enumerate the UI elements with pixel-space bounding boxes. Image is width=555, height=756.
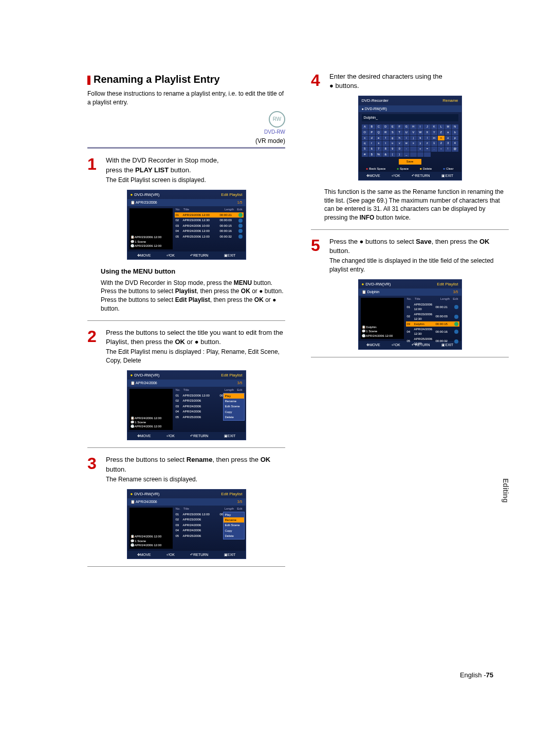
step-4: 4 Enter the desired characters using the…	[311, 72, 509, 91]
page-number: English -75	[460, 671, 493, 679]
step-5: 5 Press the ● buttons to select Save, th…	[311, 237, 509, 274]
menu-instructions: With the DVD Recorder in Stop mode, pres…	[101, 279, 285, 313]
title-bar-icon	[87, 76, 90, 85]
osd-title: Edit Playlist	[221, 192, 242, 197]
osd-preview: 📋 APR/23/2006 12:00 💬 1 Scene 🕐 APR/23/2…	[130, 208, 173, 249]
osd-edit-playlist-2: DVD-RW(VR)Edit Playlist 📋 APR/24/20063/5…	[127, 370, 246, 441]
side-tab: Editing	[502, 478, 510, 502]
step-2: 2 Press the buttons to select the title …	[87, 328, 285, 365]
save-button: Save	[399, 159, 421, 164]
osd-disc: DVD-RW(VR)	[131, 192, 160, 197]
separator	[87, 566, 285, 567]
separator	[311, 229, 509, 230]
osd-footer: ✥MOVE⏎OK↶RETURN▣EXIT	[127, 251, 246, 260]
step-number: 4	[311, 72, 324, 91]
vr-mode-label: (VR mode)	[87, 137, 285, 146]
keyboard-grid: ABCDEFGHIJKLMNOPQRSTUVWXYZabcdefghijklmn…	[359, 123, 461, 158]
disc-icon-block: RW DVD-RW	[87, 111, 285, 136]
separator	[87, 320, 285, 321]
step1-sub: The Edit Playlist screen is displayed.	[106, 176, 285, 185]
step5-sub: The changed title is displayed in the ti…	[329, 257, 509, 274]
osd-list: No.TitleLengthEdit 01APR/23/2006 12:0000…	[175, 206, 246, 251]
separator	[87, 147, 285, 149]
menu-subheading: Using the MENU button	[101, 267, 285, 276]
step3-sub: The Rename screen is displayed.	[106, 475, 285, 484]
step-number: 5	[311, 237, 324, 274]
osd-edit-playlist-1: DVD-RW(VR)Edit Playlist 📋 APR/23/20061/5…	[127, 190, 246, 260]
separator	[311, 357, 509, 357]
kb-mode: Rename	[442, 98, 458, 103]
osd-count: 1/5	[237, 200, 243, 205]
kb-title: DVD-Recorder	[362, 98, 388, 103]
step2-sub: The Edit Playlist menu is displayed : Pl…	[106, 348, 285, 365]
context-menu: PlayRenameEdit SceneCopyDelete	[223, 512, 245, 539]
rename-note: This function is the same as the Rename …	[324, 188, 509, 222]
step-1: 1 With the DVD Recorder in Stop mode, pr…	[87, 156, 285, 184]
context-menu: PlayRenameEdit SceneCopyDelete	[223, 393, 245, 421]
separator	[87, 447, 285, 448]
disc-icon: RW	[269, 111, 285, 128]
osd-rename-keyboard: DVD-RecorderRename ● DVD-RW(VR) Dolphin_…	[358, 96, 462, 180]
name-field: Dolphin_	[362, 114, 458, 121]
step-3: 3 Press the buttons to select Rename, th…	[87, 455, 285, 483]
play-list-button-ref: PLAY LIST	[135, 166, 169, 174]
step1-line1: With the DVD Recorder in Stop mode,	[106, 156, 219, 164]
step-number: 3	[87, 455, 101, 483]
step-number: 2	[87, 328, 101, 365]
kb-legend: Back Space Space Delete Clear	[359, 166, 461, 172]
osd-edit-playlist-3: DVD-RW(VR)Edit Playlist 📋 APR/24/20063/5…	[127, 489, 246, 560]
step-number: 1	[87, 156, 101, 184]
section-title: Renaming a Playlist Entry	[87, 72, 285, 86]
osd-edit-playlist-5: DVD-RW(VR)Edit Playlist 📋 Dolphin3/5 📋 D…	[358, 279, 462, 350]
intro-text: Follow these instructions to rename a pl…	[87, 89, 285, 107]
disc-label: DVD-RW	[264, 129, 285, 135]
